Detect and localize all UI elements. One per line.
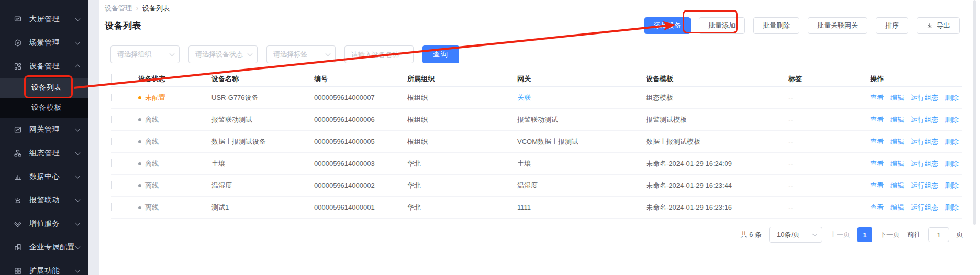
goto-page-suffix: 页 [956, 230, 963, 239]
sidebar-item-gateway[interactable]: 网关管理 [0, 118, 88, 141]
filter-row: 请选择组织 请选择设备状态 请选择标签 查询 [99, 38, 980, 63]
header-org: 所属组织 [407, 74, 517, 84]
device-template: 数据上报测试模板 [646, 137, 788, 146]
delete-link[interactable]: 删除 [945, 203, 959, 212]
run-scada-link[interactable]: 运行组态 [911, 115, 938, 124]
data-icon [14, 173, 22, 181]
row-checkbox[interactable] [111, 159, 112, 167]
chevron-down-icon [75, 150, 81, 155]
batch-add-button[interactable]: 批量添加 [699, 17, 745, 34]
device-org: 根组织 [407, 137, 517, 146]
device-name: USR-G776设备 [211, 93, 314, 102]
device-management-page: 大屏管理场景管理设备管理设备列表设备模板网关管理组态管理数据中心报警联动增值服务… [0, 0, 980, 275]
page-size-select[interactable]: 10条/页 [769, 227, 822, 243]
edit-link[interactable]: 编辑 [890, 115, 904, 124]
alarm-icon [14, 196, 22, 204]
device-org: 根组织 [407, 93, 517, 102]
scene-icon [14, 39, 22, 47]
chevron-down-icon [75, 39, 81, 44]
tag-select[interactable]: 请选择标签 [266, 45, 336, 63]
sidebar-item-alarm[interactable]: 报警联动 [0, 188, 88, 212]
sidebar-item-value-added[interactable]: 增值服务 [0, 212, 88, 235]
sidebar-item-label: 报警联动 [29, 196, 76, 205]
delete-link[interactable]: 删除 [945, 137, 959, 146]
chevron-down-icon [170, 51, 175, 56]
view-link[interactable]: 查看 [870, 137, 884, 146]
device-code: 0000059614000007 [314, 94, 407, 101]
header-code: 编号 [314, 74, 407, 84]
sidebar-item-device-list[interactable]: 设备列表 [0, 78, 88, 98]
gateway-name: 温湿度 [517, 181, 646, 190]
add-device-button[interactable]: 添加设备 [644, 17, 691, 34]
prev-page-button[interactable]: 上一页 [830, 230, 850, 239]
search-button[interactable]: 查询 [422, 45, 459, 63]
device-org: 华北 [407, 181, 517, 190]
run-scada-link[interactable]: 运行组态 [911, 159, 938, 168]
delete-link[interactable]: 删除 [945, 115, 959, 124]
grid-icon [14, 267, 22, 275]
header-tag: 标签 [788, 74, 870, 84]
row-checkbox[interactable] [111, 94, 112, 101]
device-table: 设备状态 设备名称 编号 所属组织 网关 设备模板 标签 操作 未配置USR-G… [111, 71, 962, 219]
batch-link-gateway-button[interactable]: 批量关联网关 [808, 17, 867, 34]
delete-link[interactable]: 删除 [945, 93, 959, 102]
table-row: 离线数据上报测试设备0000059614000005根组织VCOM数据上报测试数… [111, 131, 962, 153]
sidebar-item-label: 场景管理 [29, 38, 76, 48]
row-checkbox[interactable] [111, 138, 112, 145]
gem-icon [14, 220, 22, 228]
device-name-input[interactable] [344, 45, 414, 63]
edit-link[interactable]: 编辑 [890, 137, 904, 146]
sidebar-item-extension[interactable]: 扩展功能 [0, 259, 88, 275]
device-status-select[interactable]: 请选择设备状态 [188, 45, 258, 63]
goto-page-input[interactable] [928, 227, 949, 242]
gateway-link[interactable]: 关联 [517, 93, 646, 102]
row-actions: 查看编辑运行组态删除 [870, 137, 962, 146]
export-button[interactable]: 导出 [917, 17, 960, 34]
device-status-placeholder: 请选择设备状态 [195, 50, 243, 59]
row-checkbox[interactable] [111, 116, 112, 123]
org-select[interactable]: 请选择组织 [110, 45, 180, 63]
sidebar-item-scene[interactable]: 场景管理 [0, 31, 88, 54]
device-name: 土壤 [211, 159, 314, 168]
chevron-down-icon [75, 244, 81, 249]
table-row: 离线报警联动测试0000059614000006根组织报警联动测试报警测试模板-… [111, 109, 962, 131]
sort-button[interactable]: 排序 [876, 17, 908, 34]
device-name: 测试1 [211, 203, 314, 212]
chevron-down-icon [75, 197, 81, 202]
gateway-name: VCOM数据上报测试 [517, 137, 646, 146]
view-link[interactable]: 查看 [870, 115, 884, 124]
view-link[interactable]: 查看 [870, 181, 884, 190]
sidebar-item-scada[interactable]: 组态管理 [0, 141, 88, 165]
sidebar-item-big-screen[interactable]: 大屏管理 [0, 7, 88, 31]
sidebar-item-device-template[interactable]: 设备模板 [0, 98, 88, 118]
run-scada-link[interactable]: 运行组态 [911, 203, 938, 212]
download-icon [926, 22, 933, 29]
device-template: 未命名-2024-01-29 16:23:44 [646, 181, 788, 190]
batch-delete-button[interactable]: 批量删除 [753, 17, 799, 34]
breadcrumb-device-management[interactable]: 设备管理 [105, 4, 132, 13]
run-scada-link[interactable]: 运行组态 [911, 137, 938, 146]
view-link[interactable]: 查看 [870, 93, 884, 102]
sidebar-item-device[interactable]: 设备管理 [0, 54, 88, 78]
sidebar-item-enterprise[interactable]: 企业专属配置 [0, 235, 88, 259]
run-scada-link[interactable]: 运行组态 [911, 93, 938, 102]
delete-link[interactable]: 删除 [945, 159, 959, 168]
view-link[interactable]: 查看 [870, 203, 884, 212]
row-checkbox[interactable] [111, 181, 112, 189]
row-checkbox[interactable] [111, 203, 112, 211]
sidebar-item-data-center[interactable]: 数据中心 [0, 165, 88, 188]
edit-link[interactable]: 编辑 [890, 181, 904, 190]
view-link[interactable]: 查看 [870, 159, 884, 168]
pagination-total: 共 6 条 [741, 230, 762, 239]
edit-link[interactable]: 编辑 [890, 93, 904, 102]
device-tag: -- [788, 159, 870, 167]
vertical-scrollbar[interactable] [973, 0, 976, 225]
current-page-button[interactable]: 1 [858, 227, 872, 242]
next-page-button[interactable]: 下一页 [879, 230, 900, 239]
delete-link[interactable]: 删除 [945, 181, 959, 190]
sidebar-item-label: 网关管理 [29, 125, 76, 134]
run-scada-link[interactable]: 运行组态 [911, 181, 938, 190]
edit-link[interactable]: 编辑 [890, 203, 904, 212]
edit-link[interactable]: 编辑 [890, 159, 904, 168]
select-all-checkbox[interactable] [111, 74, 112, 84]
